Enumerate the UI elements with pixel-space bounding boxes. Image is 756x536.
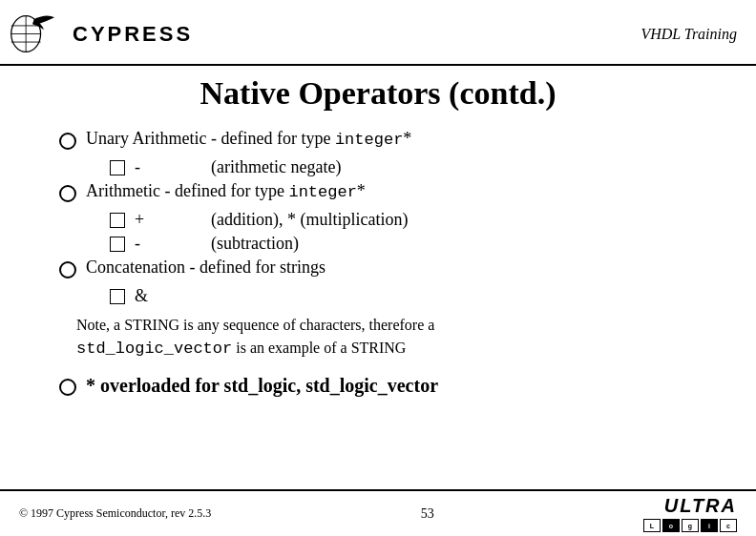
sub-arithmetic-add: + (addition), * (multiplication) <box>110 210 699 230</box>
sub-sub-desc: (subtraction) <box>211 234 299 254</box>
bullet-unary: Unary Arithmetic - defined for type inte… <box>57 129 699 152</box>
footer: © 1997 Cypress Semiconductor, rev 2.5.3 … <box>0 489 756 536</box>
sub-checkbox-icon-3 <box>110 237 125 252</box>
bullet-circle-icon-3 <box>57 259 78 280</box>
note-line2: std_logic_vector is an example of a STRI… <box>76 337 699 361</box>
svg-point-6 <box>60 186 75 201</box>
logic-box-i: i <box>701 519 718 532</box>
bullet-concatenation-text: Concatenation - defined for strings <box>86 258 326 278</box>
note-block: Note, a STRING is any sequence of charac… <box>76 314 699 361</box>
header-training-title: VHDL Training <box>640 26 737 43</box>
sub-unary-desc: (arithmetic negate) <box>211 157 341 177</box>
sub-checkbox-icon-2 <box>110 213 125 228</box>
slide-title: Native Operators (contd.) <box>57 75 699 112</box>
sub-amp-symbol: & <box>135 286 211 306</box>
footer-copyright: © 1997 Cypress Semiconductor, rev 2.5.3 <box>19 506 211 521</box>
logo-area: CYPRESS <box>10 8 193 60</box>
slide: CYPRESS VHDL Training Native Operators (… <box>0 0 756 536</box>
logic-box-l: L <box>643 519 661 532</box>
svg-point-8 <box>60 380 75 395</box>
main-content: Native Operators (contd.) Unary Arithmet… <box>0 66 756 407</box>
header: CYPRESS VHDL Training <box>0 0 756 66</box>
note-code: std_logic_vector <box>76 340 232 358</box>
sub-unary-negate: - (arithmetic negate) <box>110 157 699 177</box>
note-line1: Note, a STRING is any sequence of charac… <box>76 314 699 337</box>
logic-boxes: L o g i c <box>643 519 737 532</box>
sub-unary-symbol: - <box>135 157 211 177</box>
arithmetic-code: integer <box>288 183 356 201</box>
bullet-arithmetic: Arithmetic - defined for type integer* <box>57 181 699 204</box>
overloaded-text: * overloaded for std_logic, std_logic_ve… <box>86 375 438 397</box>
sub-concatenation-amp: & <box>110 286 699 306</box>
bullet-concatenation: Concatenation - defined for strings <box>57 258 699 280</box>
logic-box-o: o <box>662 519 680 532</box>
footer-page-number: 53 <box>421 506 434 522</box>
cypress-brand-text: CYPRESS <box>73 22 193 47</box>
cypress-logo-graphic <box>10 8 67 60</box>
bullet-circle-icon-4 <box>57 377 78 398</box>
svg-point-5 <box>60 134 75 149</box>
sub-add-desc: (addition), * (multiplication) <box>211 210 408 230</box>
unary-code: integer <box>335 131 403 149</box>
sub-sub-symbol: - <box>135 234 211 254</box>
overloaded-line: * overloaded for std_logic, std_logic_ve… <box>57 375 699 398</box>
bullet-circle-icon-2 <box>57 183 78 204</box>
ultra-logic-brand: ULTRA L o g i c <box>643 495 737 532</box>
logic-box-g: g <box>682 519 699 532</box>
bullet-circle-icon-1 <box>57 131 78 152</box>
bullet-unary-text: Unary Arithmetic - defined for type inte… <box>86 129 411 149</box>
sub-add-symbol: + <box>135 210 211 230</box>
sub-checkbox-icon-4 <box>110 289 125 304</box>
sub-checkbox-icon-1 <box>110 160 125 175</box>
bullet-arithmetic-text: Arithmetic - defined for type integer* <box>86 181 366 201</box>
ultra-word: ULTRA <box>664 495 737 517</box>
logic-box-c: c <box>720 519 737 532</box>
sub-arithmetic-sub: - (subtraction) <box>110 234 699 254</box>
footer-ultra-logo: ULTRA L o g i c <box>643 495 737 532</box>
svg-point-7 <box>60 262 75 278</box>
